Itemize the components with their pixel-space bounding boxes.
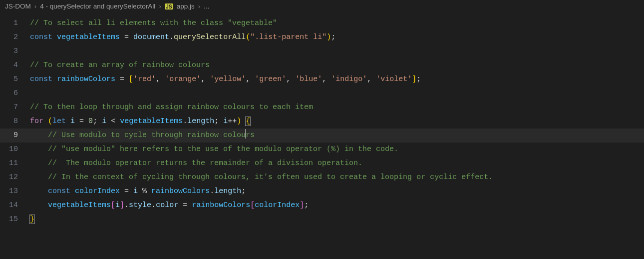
operator: = bbox=[115, 75, 129, 84]
code-line[interactable]: 1 // To select all li elements with the … bbox=[0, 16, 644, 30]
operator: = bbox=[120, 33, 133, 42]
dot: . bbox=[169, 33, 174, 42]
code-line[interactable]: 5 const rainbowColors = ['red', 'orange'… bbox=[0, 72, 644, 86]
paren-open: ( bbox=[246, 33, 250, 42]
semicolon: ; bbox=[304, 201, 309, 210]
breadcrumb-file[interactable]: app.js bbox=[177, 2, 195, 10]
line-number: 11 bbox=[0, 156, 30, 170]
string-literal: ".list-parent li" bbox=[250, 33, 326, 42]
operator-modulo: % bbox=[138, 187, 151, 196]
line-number: 4 bbox=[0, 58, 30, 72]
semicolon: ; bbox=[214, 117, 223, 126]
code-line[interactable]: 13 const colorIndex = i % rainbowColors.… bbox=[0, 184, 644, 198]
bracket-close: ] bbox=[412, 75, 416, 84]
indent bbox=[30, 201, 48, 210]
line-number: 13 bbox=[0, 184, 30, 198]
paren-open: ( bbox=[48, 117, 52, 126]
breadcrumb-root[interactable]: JS-DOM bbox=[5, 2, 31, 10]
identifier: rainbowColors bbox=[151, 187, 210, 196]
dot: . bbox=[210, 187, 214, 196]
variable: colorIndex bbox=[75, 187, 120, 196]
bracket-open: [ bbox=[250, 201, 255, 210]
comment: // To create an array of rainbow colours bbox=[30, 61, 210, 70]
space bbox=[43, 117, 48, 126]
operator: < bbox=[106, 117, 120, 126]
comment: // In the context of cycling through col… bbox=[30, 173, 493, 182]
breadcrumb-tail[interactable]: ... bbox=[204, 2, 209, 10]
line-number: 15 bbox=[0, 212, 30, 226]
identifier: vegetableItems bbox=[120, 117, 183, 126]
comma: , bbox=[322, 75, 331, 84]
identifier: colorIndex bbox=[255, 201, 300, 210]
code-line[interactable]: 4 // To create an array of rainbow colou… bbox=[0, 58, 644, 72]
code-line[interactable]: 2 const vegetableItems = document.queryS… bbox=[0, 30, 644, 44]
string-literal: 'red' bbox=[133, 75, 156, 84]
identifier-i: i bbox=[223, 117, 228, 126]
comment: // The modulo operator returns the remai… bbox=[30, 159, 362, 168]
comment: // Use modulo to cycle through rainbow c… bbox=[30, 131, 246, 140]
code-line[interactable]: 6 bbox=[0, 86, 644, 100]
comma: , bbox=[156, 75, 165, 84]
property-style: style bbox=[129, 201, 151, 210]
paren-close: ) bbox=[326, 33, 331, 42]
variable: rainbowColors bbox=[57, 75, 115, 84]
breadcrumb[interactable]: JS-DOM › 4 - querySelector and querySele… bbox=[0, 0, 644, 12]
operator: = bbox=[178, 201, 192, 210]
method-call: querySelectorAll bbox=[174, 33, 246, 42]
code-line[interactable]: 12 // In the context of cycling through … bbox=[0, 170, 644, 184]
code-line-current[interactable]: 9 // Use modulo to cycle through rainbow… bbox=[0, 128, 644, 142]
property-length: length bbox=[214, 187, 241, 196]
comment: rs bbox=[246, 131, 255, 140]
code-line[interactable]: 10 // "use modulo" here refers to the us… bbox=[0, 142, 644, 156]
variable: vegetableItems bbox=[57, 33, 120, 42]
dot: . bbox=[151, 201, 156, 210]
line-number: 8 bbox=[0, 114, 30, 128]
indent bbox=[30, 187, 48, 196]
breadcrumb-folder[interactable]: 4 - querySelector and querySelectorAll bbox=[40, 2, 155, 10]
line-number: 14 bbox=[0, 198, 30, 212]
identifier-document: document bbox=[133, 33, 169, 42]
comment: // To select all li elements with the cl… bbox=[30, 19, 277, 28]
keyword-for: for bbox=[30, 117, 43, 126]
keyword-const: const bbox=[30, 75, 52, 84]
comment: // To then loop through and assign rainb… bbox=[30, 103, 313, 112]
bracket-close: ] bbox=[120, 201, 124, 210]
keyword-const: const bbox=[30, 33, 52, 42]
brace-close: } bbox=[29, 214, 35, 224]
property-length: length bbox=[187, 117, 214, 126]
string-literal: 'yellow' bbox=[210, 75, 246, 84]
brace-open: { bbox=[245, 116, 251, 126]
identifier-i: i bbox=[133, 187, 138, 196]
comma: , bbox=[246, 75, 255, 84]
semicolon: ; bbox=[331, 33, 335, 42]
identifier: vegetableItems bbox=[48, 201, 111, 210]
code-line[interactable]: 11 // The modulo operator returns the re… bbox=[0, 156, 644, 170]
dot: . bbox=[124, 201, 129, 210]
comma: , bbox=[367, 75, 376, 84]
line-number: 12 bbox=[0, 170, 30, 184]
operator: = bbox=[75, 117, 88, 126]
string-literal: 'violet' bbox=[376, 75, 412, 84]
string-literal: 'blue' bbox=[295, 75, 322, 84]
chevron-right-icon: › bbox=[159, 2, 161, 10]
code-line[interactable]: 8 for (let i = 0; i < vegetableItems.len… bbox=[0, 114, 644, 128]
code-line[interactable]: 14 vegetableItems[i].style.color = rainb… bbox=[0, 198, 644, 212]
line-number: 9 bbox=[0, 128, 30, 142]
code-line[interactable]: 3 bbox=[0, 44, 644, 58]
operator: ++ bbox=[228, 117, 237, 126]
line-number: 6 bbox=[0, 86, 30, 100]
semicolon: ; bbox=[241, 187, 246, 196]
string-literal: 'green' bbox=[255, 75, 286, 84]
chevron-right-icon: › bbox=[198, 2, 201, 10]
identifier-i: i bbox=[102, 117, 106, 126]
code-line[interactable]: 7 // To then loop through and assign rai… bbox=[0, 100, 644, 114]
code-line[interactable]: 15 } bbox=[0, 212, 644, 226]
comma: , bbox=[201, 75, 210, 84]
dot: . bbox=[183, 117, 187, 126]
code-editor[interactable]: 1 // To select all li elements with the … bbox=[0, 12, 644, 226]
semicolon: ; bbox=[93, 117, 102, 126]
identifier-i: i bbox=[115, 201, 120, 210]
identifier: rainbowColors bbox=[192, 201, 250, 210]
string-literal: 'orange' bbox=[165, 75, 201, 84]
space bbox=[66, 117, 70, 126]
